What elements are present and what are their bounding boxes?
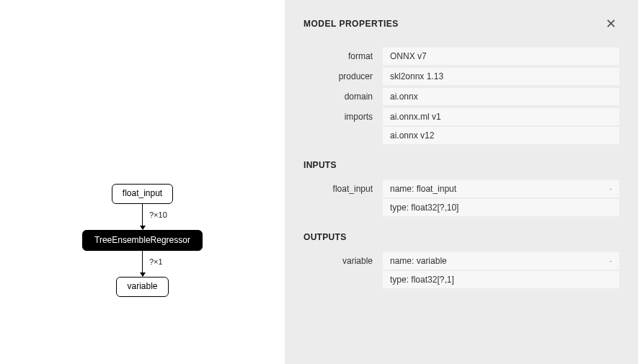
graph-edge-1-label: ?×10 — [149, 210, 167, 219]
graph-output-node[interactable]: variable — [116, 277, 168, 297]
prop-value[interactable]: skl2onnx 1.13 — [383, 68, 619, 85]
prop-label: imports — [304, 108, 383, 122]
input-row: float_input name: float_input - type: fl… — [304, 180, 619, 216]
graph-operator-label: TreeEnsembleRegressor — [94, 235, 190, 245]
output-type-value[interactable]: type: float32[?,1] — [383, 271, 619, 288]
output-values: name: variable - type: float32[?,1] — [383, 252, 619, 288]
graph-input-node[interactable]: float_input — [112, 184, 173, 204]
prop-label: format — [304, 48, 383, 61]
prop-value[interactable]: ai.onnx — [383, 88, 619, 105]
outputs-section-title: OUTPUTS — [304, 232, 619, 242]
prop-label: producer — [304, 68, 383, 81]
prop-values: ai.onnx — [383, 88, 619, 105]
output-row: variable name: variable - type: float32[… — [304, 252, 619, 288]
panel-title: MODEL PROPERTIES — [304, 19, 399, 29]
prop-value[interactable]: ai.onnx.ml v1 — [383, 108, 619, 125]
prop-value[interactable]: ai.onnx v12 — [383, 127, 619, 144]
input-name-value[interactable]: name: float_input - — [383, 180, 619, 197]
graph-canvas[interactable]: float_input ?×10 TreeEnsembleRegressor ?… — [0, 0, 285, 364]
prop-label: domain — [304, 88, 383, 102]
expand-icon[interactable]: - — [603, 256, 612, 266]
arrowhead-icon — [140, 226, 146, 230]
prop-value[interactable]: ONNX v7 — [383, 48, 619, 65]
properties-panel: MODEL PROPERTIES ✕ format ONNX v7 produc… — [285, 0, 638, 364]
model-properties-section: format ONNX v7 producer skl2onnx 1.13 do… — [304, 48, 619, 144]
graph: float_input ?×10 TreeEnsembleRegressor ?… — [0, 184, 285, 297]
output-label: variable — [304, 252, 383, 266]
close-icon[interactable]: ✕ — [603, 16, 619, 32]
graph-edge-2-label: ?×1 — [149, 257, 163, 266]
expand-icon[interactable]: - — [603, 184, 612, 194]
prop-row-imports: imports ai.onnx.ml v1 ai.onnx v12 — [304, 108, 619, 144]
prop-row-producer: producer skl2onnx 1.13 — [304, 68, 619, 85]
prop-values: ONNX v7 — [383, 48, 619, 65]
graph-edge-1: ?×10 — [142, 204, 143, 226]
prop-values: skl2onnx 1.13 — [383, 68, 619, 85]
prop-row-format: format ONNX v7 — [304, 48, 619, 65]
graph-output-label: variable — [127, 281, 157, 291]
graph-operator-node[interactable]: TreeEnsembleRegressor — [82, 230, 203, 252]
input-type-value[interactable]: type: float32[?,10] — [383, 199, 619, 216]
graph-edge-2: ?×1 — [142, 251, 143, 272]
app-root: float_input ?×10 TreeEnsembleRegressor ?… — [0, 0, 638, 364]
panel-header: MODEL PROPERTIES ✕ — [304, 16, 619, 32]
prop-values: ai.onnx.ml v1 ai.onnx v12 — [383, 108, 619, 144]
input-values: name: float_input - type: float32[?,10] — [383, 180, 619, 216]
graph-input-label: float_input — [123, 188, 162, 198]
prop-row-domain: domain ai.onnx — [304, 88, 619, 105]
output-name-value[interactable]: name: variable - — [383, 252, 619, 270]
input-label: float_input — [304, 180, 383, 194]
inputs-section-title: INPUTS — [304, 160, 619, 170]
